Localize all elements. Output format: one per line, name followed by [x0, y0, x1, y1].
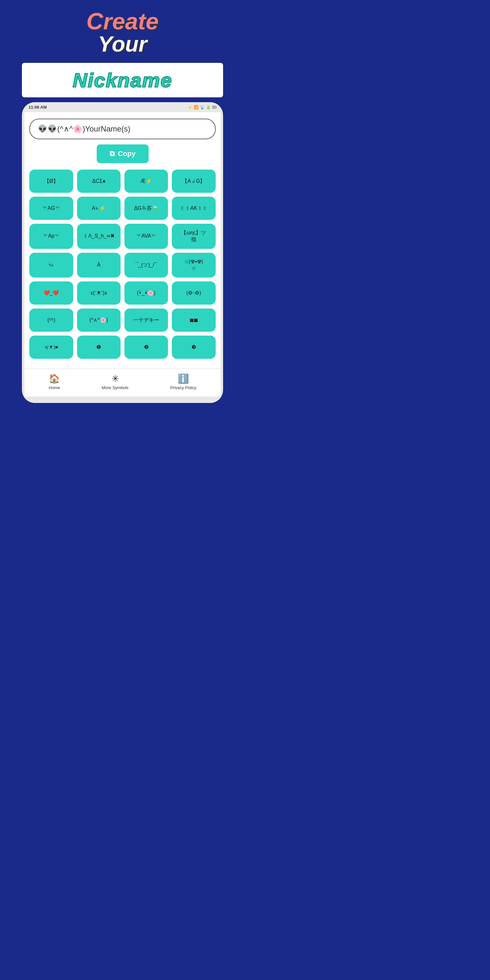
style-btn-s23[interactable]: 一テデキー [124, 309, 168, 332]
style-btn-s12[interactable]: 【ωης】ツ指 [172, 224, 215, 249]
copy-button[interactable]: ⧉ Copy [97, 145, 149, 163]
signal-icon: 📶 [194, 105, 199, 110]
style-btn-s24[interactable]: ◼◼ [172, 309, 215, 332]
style-btn-s26[interactable]: ❶ [77, 336, 121, 359]
nav-symbols-label: More Symbols [102, 385, 128, 390]
style-btn-s3[interactable]: Æ⚡ [124, 170, 168, 193]
style-btn-s8[interactable]: ꒰꒱AK꒱꒰ [172, 197, 215, 220]
symbols-icon: ✳ [111, 373, 119, 384]
phone-screen: 👽👽(^∧^🌸)YourName(s) ⧉ Copy 【Ø】 ΔCΣ♠ Æ⚡ 【… [24, 112, 220, 369]
style-btn-s27[interactable]: ❷ [124, 336, 168, 359]
nickname-text: Nickname [32, 68, 213, 92]
copy-label: Copy [118, 150, 136, 158]
status-time: 11:06 AM [29, 105, 47, 110]
wifi-icon: 📡 [200, 105, 205, 110]
style-btn-s21[interactable]: (¹ᴵ¹) [29, 309, 73, 332]
style-btn-s9[interactable]: ꒷Ap꒷ [29, 224, 73, 249]
your-text: Your [6, 33, 239, 55]
style-btn-s11[interactable]: ꒷AVA꒷ [124, 224, 168, 249]
battery-icon: 🔋 [206, 105, 211, 110]
bluetooth-icon: ⚡ [188, 105, 192, 110]
nav-home-label: Home [49, 385, 60, 390]
style-btn-s1[interactable]: 【Ø】 [29, 170, 73, 193]
status-icons: ⚡ 📶 📡 🔋 50 [188, 105, 216, 110]
home-icon: 🏠 [49, 373, 60, 384]
style-btn-s17[interactable]: ❤️_❤️ [29, 282, 73, 305]
style-btn-s18[interactable]: ε(ᵔᴥᵔ)з [77, 282, 121, 305]
style-btn-s10[interactable]: ꒰Λ_S_h_∞✖ [77, 224, 121, 249]
name-input-display[interactable]: 👽👽(^∧^🌸)YourName(s) [29, 119, 215, 139]
nav-privacy[interactable]: ℹ️ Privacy Policy [170, 373, 196, 390]
bottom-nav: 🏠 Home ✳ More Symbols ℹ️ Privacy Policy [24, 369, 220, 396]
status-bar: 11:06 AM ⚡ 📶 📡 🔋 50 [22, 102, 223, 112]
style-btn-s25[interactable]: ঌ(ᵔᴥᵔ)■ [29, 336, 73, 359]
style-btn-s19[interactable]: (•̀_•́🌸) [124, 282, 168, 305]
header: Create Your [0, 0, 245, 58]
privacy-icon: ℹ️ [178, 373, 189, 384]
style-btn-s7[interactable]: ΔGꫝ苏🍃 [124, 197, 168, 220]
style-btn-s6[interactable]: Aঌ ⚡ [77, 197, 121, 220]
style-btn-s15[interactable]: ¯_(ツ)_/¯ [124, 253, 168, 278]
create-text: Create [6, 10, 239, 33]
nav-privacy-label: Privacy Policy [170, 385, 196, 390]
style-grid: 【Ø】 ΔCΣ♠ Æ⚡ 【A꒻G】 ꒷AG꒷ Aঌ ⚡ ΔGꫝ苏🍃 ꒰꒱AK꒱꒰… [29, 170, 215, 362]
style-btn-s20[interactable]: (⚙ᵕ⚙) [172, 282, 215, 305]
nav-symbols[interactable]: ✳ More Symbols [102, 373, 128, 390]
style-btn-s13[interactable]: ৎ০ [29, 253, 73, 278]
style-btn-s2[interactable]: ΔCΣ♠ [77, 170, 121, 193]
style-btn-s4[interactable]: 【A꒻G】 [172, 170, 215, 193]
style-btn-s5[interactable]: ꒷AG꒷ [29, 197, 73, 220]
phone-mockup: 11:06 AM ⚡ 📶 📡 🔋 50 👽👽(^∧^🌸)YourName(s) … [22, 102, 223, 403]
style-btn-s28[interactable]: ❸ [172, 336, 215, 359]
style-btn-s14[interactable]: À [77, 253, 121, 278]
style-btn-s16[interactable]: ☆(☢•☢)☆ [172, 253, 215, 278]
nickname-banner: Nickname [22, 63, 223, 97]
battery-level: 50 [212, 105, 216, 110]
nav-home[interactable]: 🏠 Home [49, 373, 60, 390]
copy-icon: ⧉ [110, 150, 115, 158]
phone-bottom-bar [22, 396, 223, 403]
style-btn-s22[interactable]: (^∧^🌸) [77, 309, 121, 332]
